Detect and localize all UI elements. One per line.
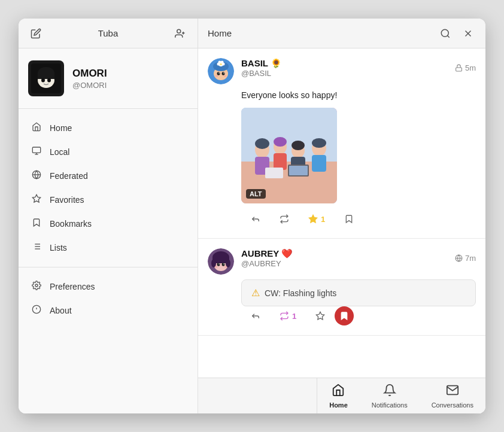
sidebar-item-preferences[interactable]: Preferences: [19, 275, 198, 299]
aubrey-post-meta: AUBREY ❤️ @AUBREY 7m: [241, 248, 476, 268]
nav-section-main: Home Local: [19, 109, 198, 267]
svg-point-37: [221, 61, 224, 64]
aubrey-name: AUBREY ❤️: [241, 248, 293, 258]
svg-point-41: [223, 72, 224, 74]
sidebar-title: Tuba: [98, 28, 119, 38]
sidebar-item-favorites[interactable]: Favorites: [19, 188, 198, 212]
sidebar-item-about[interactable]: About: [19, 299, 198, 323]
svg-point-0: [177, 29, 181, 33]
sidebar-item-local-label: Local: [50, 147, 69, 157]
svg-rect-13: [32, 147, 40, 153]
sidebar-item-bookmarks[interactable]: Bookmarks: [19, 212, 198, 236]
aubrey-reply-button[interactable]: [241, 306, 270, 325]
svg-point-75: [224, 266, 227, 268]
tab-area: Home Notifications: [317, 378, 485, 413]
aubrey-time: 7m: [465, 254, 476, 263]
tab-conversations[interactable]: Conversations: [420, 380, 485, 412]
aubrey-post-actions: 1: [208, 306, 476, 325]
basil-time: 5m: [465, 63, 476, 72]
top-bar: Tuba Home: [19, 19, 485, 48]
cw-text: CW: Flashing lights: [265, 288, 336, 298]
post-card-basil: BASIL 🌻 @BASIL 5m: [198, 48, 485, 239]
aubrey-avatar: [208, 248, 234, 275]
aubrey-post-time: 7m: [455, 254, 476, 263]
aubrey-handle: @AUBREY: [241, 259, 293, 268]
sidebar-item-favorites-label: Favorites: [50, 195, 84, 205]
sidebar-item-federated[interactable]: Federated: [19, 164, 198, 188]
svg-point-39: [222, 72, 225, 75]
sidebar-item-home[interactable]: Home: [19, 116, 198, 140]
top-bar-actions: [438, 26, 476, 41]
svg-point-11: [41, 78, 45, 83]
svg-point-40: [218, 72, 220, 74]
tab-mail-icon: [446, 384, 459, 400]
app-window: Tuba Home: [19, 19, 485, 413]
basil-post-actions: 1: [208, 209, 476, 229]
feed-title: Home: [208, 28, 232, 38]
sidebar-item-local[interactable]: Local: [19, 140, 198, 164]
svg-line-4: [447, 35, 449, 37]
tab-home-icon: [332, 384, 345, 400]
tab-conversations-label: Conversations: [432, 401, 473, 409]
sidebar: OMORI @OMORI Home: [19, 48, 198, 413]
main-layout: OMORI @OMORI Home: [19, 48, 485, 413]
sidebar-item-bookmarks-label: Bookmarks: [50, 219, 92, 229]
svg-point-3: [441, 29, 448, 36]
svg-marker-63: [309, 215, 317, 223]
svg-point-74: [215, 266, 218, 268]
basil-post-image[interactable]: ALT: [241, 108, 337, 203]
bottom-tabs: Home Notifications: [198, 378, 485, 413]
aubrey-boost-button[interactable]: 1: [270, 306, 306, 325]
basil-star-count: 1: [321, 215, 325, 224]
profile-section: OMORI @OMORI: [19, 48, 198, 109]
close-button[interactable]: [460, 26, 476, 41]
svg-point-73: [223, 263, 224, 264]
sidebar-item-lists[interactable]: Lists: [19, 236, 198, 260]
aubrey-boost-count: 1: [292, 312, 296, 321]
cw-box[interactable]: ⚠ CW: Flashing lights: [241, 279, 476, 306]
svg-point-12: [47, 78, 51, 83]
sidebar-item-about-label: About: [50, 306, 72, 315]
globe-icon: [31, 170, 42, 182]
basil-bookmark-button[interactable]: [335, 209, 363, 229]
tab-spacer: [198, 378, 317, 413]
svg-point-42: [215, 75, 218, 77]
svg-marker-18: [32, 194, 40, 202]
nav-section-settings: Preferences About: [19, 267, 198, 330]
profile-info: OMORI @OMORI: [72, 68, 107, 90]
basil-post-text: Everyone looks so happy!: [241, 89, 476, 102]
monitor-icon: [31, 146, 42, 158]
basil-boost-button[interactable]: [270, 209, 299, 229]
basil-post-time: 5m: [455, 63, 476, 72]
compose-button[interactable]: [28, 26, 44, 41]
sidebar-item-federated-label: Federated: [50, 171, 88, 181]
search-button[interactable]: [438, 26, 453, 41]
aubrey-star-button[interactable]: [306, 306, 335, 325]
basil-post-body: Everyone looks so happy!: [208, 89, 476, 203]
svg-point-71: [222, 263, 225, 266]
aubrey-post-body: ⚠ CW: Flashing lights: [208, 279, 476, 306]
avatar: [28, 60, 64, 96]
top-bar-left: Tuba: [19, 19, 198, 48]
post-header-basil: BASIL 🌻 @BASIL 5m: [208, 58, 476, 84]
info-icon: [31, 305, 42, 317]
basil-reply-button[interactable]: [241, 209, 270, 229]
svg-point-70: [217, 263, 220, 266]
sidebar-item-preferences-label: Preferences: [50, 282, 95, 291]
svg-rect-44: [456, 68, 462, 71]
tab-notifications[interactable]: Notifications: [360, 380, 420, 412]
basil-star-button[interactable]: 1: [299, 209, 335, 229]
tab-notifications-label: Notifications: [372, 401, 408, 409]
svg-point-25: [35, 284, 38, 287]
sidebar-item-home-label: Home: [50, 123, 72, 133]
add-account-button[interactable]: [172, 26, 188, 41]
tab-home[interactable]: Home: [317, 380, 360, 412]
bookmark-icon: [31, 218, 42, 230]
aubrey-bookmark-button[interactable]: [335, 306, 354, 325]
tab-home-label: Home: [329, 401, 348, 409]
basil-post-meta: BASIL 🌻 @BASIL 5m: [241, 58, 476, 78]
basil-avatar: [208, 58, 234, 84]
alt-badge[interactable]: ALT: [246, 189, 266, 199]
star-icon: [31, 194, 42, 206]
post-card-aubrey: AUBREY ❤️ @AUBREY 7m: [198, 239, 485, 336]
